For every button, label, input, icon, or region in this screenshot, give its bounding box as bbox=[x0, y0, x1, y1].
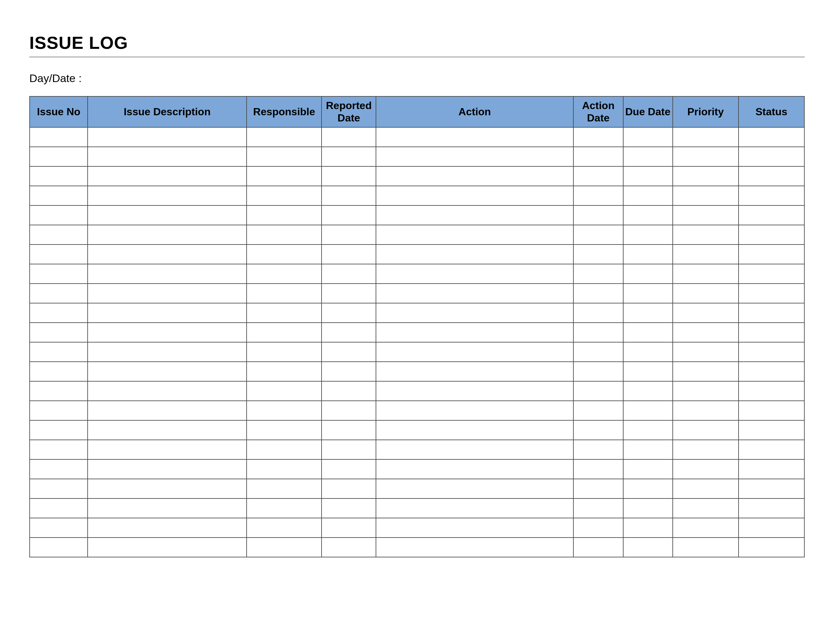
cell-action[interactable] bbox=[376, 127, 574, 147]
cell-issueDescription[interactable] bbox=[87, 264, 246, 284]
cell-action[interactable] bbox=[376, 381, 574, 401]
cell-issueDescription[interactable] bbox=[87, 186, 246, 205]
cell-dueDate[interactable] bbox=[623, 381, 673, 401]
cell-action[interactable] bbox=[376, 323, 574, 342]
cell-reportedDate[interactable] bbox=[322, 264, 376, 284]
cell-dueDate[interactable] bbox=[623, 362, 673, 381]
cell-actionDate[interactable] bbox=[574, 166, 623, 186]
cell-issueDescription[interactable] bbox=[87, 401, 246, 420]
cell-action[interactable] bbox=[376, 518, 574, 537]
cell-status[interactable] bbox=[739, 245, 804, 264]
cell-dueDate[interactable] bbox=[623, 284, 673, 303]
cell-status[interactable] bbox=[739, 264, 804, 284]
cell-actionDate[interactable] bbox=[574, 186, 623, 205]
cell-action[interactable] bbox=[376, 342, 574, 362]
cell-issueDescription[interactable] bbox=[87, 479, 246, 499]
cell-action[interactable] bbox=[376, 245, 574, 264]
cell-reportedDate[interactable] bbox=[322, 147, 376, 166]
cell-action[interactable] bbox=[376, 499, 574, 518]
cell-actionDate[interactable] bbox=[574, 499, 623, 518]
cell-issueDescription[interactable] bbox=[87, 205, 246, 225]
cell-issueDescription[interactable] bbox=[87, 245, 246, 264]
cell-issueNo[interactable] bbox=[30, 518, 87, 537]
cell-actionDate[interactable] bbox=[574, 303, 623, 323]
cell-status[interactable] bbox=[739, 186, 804, 205]
cell-status[interactable] bbox=[739, 166, 804, 186]
cell-issueDescription[interactable] bbox=[87, 499, 246, 518]
cell-priority[interactable] bbox=[673, 479, 739, 499]
cell-issueDescription[interactable] bbox=[87, 459, 246, 479]
cell-priority[interactable] bbox=[673, 459, 739, 479]
cell-issueNo[interactable] bbox=[30, 342, 87, 362]
cell-issueDescription[interactable] bbox=[87, 147, 246, 166]
cell-dueDate[interactable] bbox=[623, 479, 673, 499]
cell-actionDate[interactable] bbox=[574, 284, 623, 303]
cell-dueDate[interactable] bbox=[623, 147, 673, 166]
cell-actionDate[interactable] bbox=[574, 245, 623, 264]
cell-priority[interactable] bbox=[673, 284, 739, 303]
cell-dueDate[interactable] bbox=[623, 303, 673, 323]
cell-reportedDate[interactable] bbox=[322, 303, 376, 323]
cell-action[interactable] bbox=[376, 362, 574, 381]
cell-dueDate[interactable] bbox=[623, 323, 673, 342]
cell-responsible[interactable] bbox=[247, 186, 322, 205]
cell-actionDate[interactable] bbox=[574, 537, 623, 557]
cell-issueDescription[interactable] bbox=[87, 420, 246, 440]
cell-reportedDate[interactable] bbox=[322, 518, 376, 537]
cell-status[interactable] bbox=[739, 284, 804, 303]
cell-actionDate[interactable] bbox=[574, 381, 623, 401]
cell-actionDate[interactable] bbox=[574, 401, 623, 420]
cell-issueDescription[interactable] bbox=[87, 518, 246, 537]
cell-issueNo[interactable] bbox=[30, 127, 87, 147]
cell-issueNo[interactable] bbox=[30, 225, 87, 245]
cell-responsible[interactable] bbox=[247, 381, 322, 401]
cell-responsible[interactable] bbox=[247, 420, 322, 440]
cell-actionDate[interactable] bbox=[574, 323, 623, 342]
cell-responsible[interactable] bbox=[247, 284, 322, 303]
cell-action[interactable] bbox=[376, 205, 574, 225]
cell-priority[interactable] bbox=[673, 499, 739, 518]
cell-actionDate[interactable] bbox=[574, 459, 623, 479]
cell-status[interactable] bbox=[739, 225, 804, 245]
cell-status[interactable] bbox=[739, 362, 804, 381]
cell-action[interactable] bbox=[376, 225, 574, 245]
cell-action[interactable] bbox=[376, 420, 574, 440]
cell-issueNo[interactable] bbox=[30, 166, 87, 186]
cell-issueNo[interactable] bbox=[30, 499, 87, 518]
cell-action[interactable] bbox=[376, 303, 574, 323]
cell-action[interactable] bbox=[376, 147, 574, 166]
cell-issueNo[interactable] bbox=[30, 323, 87, 342]
cell-priority[interactable] bbox=[673, 518, 739, 537]
cell-priority[interactable] bbox=[673, 186, 739, 205]
cell-responsible[interactable] bbox=[247, 440, 322, 459]
cell-issueNo[interactable] bbox=[30, 186, 87, 205]
cell-dueDate[interactable] bbox=[623, 537, 673, 557]
cell-status[interactable] bbox=[739, 459, 804, 479]
cell-reportedDate[interactable] bbox=[322, 420, 376, 440]
cell-dueDate[interactable] bbox=[623, 245, 673, 264]
cell-action[interactable] bbox=[376, 479, 574, 499]
cell-responsible[interactable] bbox=[247, 459, 322, 479]
cell-reportedDate[interactable] bbox=[322, 499, 376, 518]
cell-priority[interactable] bbox=[673, 342, 739, 362]
cell-issueDescription[interactable] bbox=[87, 381, 246, 401]
cell-reportedDate[interactable] bbox=[322, 284, 376, 303]
cell-issueNo[interactable] bbox=[30, 537, 87, 557]
cell-action[interactable] bbox=[376, 186, 574, 205]
cell-status[interactable] bbox=[739, 323, 804, 342]
cell-issueNo[interactable] bbox=[30, 459, 87, 479]
cell-actionDate[interactable] bbox=[574, 264, 623, 284]
cell-dueDate[interactable] bbox=[623, 166, 673, 186]
cell-responsible[interactable] bbox=[247, 499, 322, 518]
cell-reportedDate[interactable] bbox=[322, 479, 376, 499]
cell-priority[interactable] bbox=[673, 537, 739, 557]
cell-reportedDate[interactable] bbox=[322, 245, 376, 264]
cell-priority[interactable] bbox=[673, 127, 739, 147]
cell-responsible[interactable] bbox=[247, 245, 322, 264]
cell-status[interactable] bbox=[739, 381, 804, 401]
cell-issueNo[interactable] bbox=[30, 479, 87, 499]
cell-action[interactable] bbox=[376, 440, 574, 459]
cell-responsible[interactable] bbox=[247, 362, 322, 381]
cell-responsible[interactable] bbox=[247, 537, 322, 557]
cell-issueDescription[interactable] bbox=[87, 127, 246, 147]
